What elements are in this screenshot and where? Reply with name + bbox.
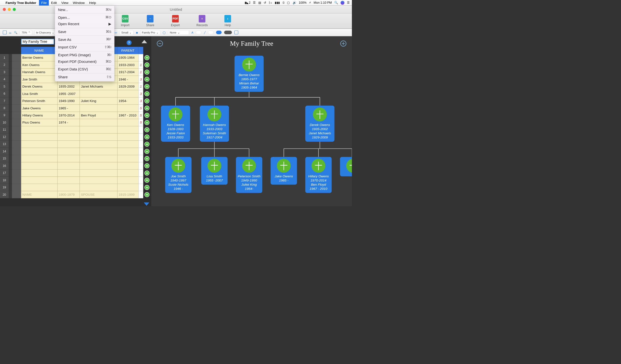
volume-icon[interactable]: 🔊 [293,1,296,5]
cell-parent-dates[interactable]: 1929-2009 [117,83,138,90]
export-button[interactable]: PDFExport [171,15,180,27]
menu-window[interactable]: Window [70,0,87,5]
cell-dates[interactable] [58,177,80,184]
cell-parent-dates[interactable] [117,155,138,162]
import-button[interactable]: CSVImport [121,15,129,27]
row-number[interactable]: 5 [0,83,9,90]
fill2-chip[interactable] [224,31,232,34]
cell-ref[interactable] [138,184,143,191]
cell-spouse[interactable] [80,90,117,97]
row-number[interactable]: 2 [0,61,9,68]
row-number[interactable]: 13 [0,141,9,148]
cell-name[interactable]: Lisa Smith [21,90,57,97]
cell-ref[interactable]: 1 [138,83,143,90]
menu-help[interactable]: Help [87,0,98,5]
row-number[interactable]: 15 [0,155,9,162]
cell-spouse[interactable] [80,148,117,155]
row-number[interactable]: 8 [0,104,9,111]
row-select[interactable] [12,119,21,126]
cell-ref[interactable]: 3 [138,76,143,83]
cell-spouse[interactable] [80,133,117,141]
cell-name[interactable] [21,141,57,148]
tree-node[interactable]: Hillary Owens1970-2014Ben Floyd1967 - 20… [305,157,332,193]
cell-dates[interactable]: 1965 - [58,104,80,111]
cell-name[interactable] [21,184,57,191]
cell-parent-dates[interactable] [117,177,138,184]
cell-parent-dates[interactable]: 1954- [117,97,138,104]
drive-icon[interactable]: ☰ [253,1,256,5]
menu-view[interactable]: View [59,0,70,5]
cell-spouse[interactable]: Janet Michaels [80,83,117,90]
help-button[interactable]: iHelp [224,15,231,27]
header-name[interactable]: NAME [21,47,57,54]
row-number[interactable]: 1 [0,54,9,61]
cell-parent-dates[interactable]: 1946 - [117,76,138,83]
cell-ref[interactable]: 5 [138,104,143,111]
cell-ref[interactable]: 1 [138,68,143,76]
siri-icon[interactable] [341,1,345,5]
row-select[interactable] [12,104,21,111]
panel-icon[interactable] [234,31,238,34]
add-row-button[interactable]: + [143,97,151,104]
cell-dates[interactable]: 1955 -2007 [58,90,80,97]
cell-name[interactable]: Derek Owens [21,83,57,90]
cell-name[interactable]: Jake Owens [21,104,57,111]
menu-item-new-[interactable]: New...⌘N [55,7,114,13]
add-row-button[interactable]: + [143,112,151,119]
row-select[interactable] [12,61,21,68]
row-number[interactable]: 4 [0,76,9,83]
records-button[interactable]: ≡Records [196,15,208,27]
cell-name[interactable]: NAME [21,191,57,198]
cell-dates[interactable] [58,170,80,177]
row-select[interactable] [12,90,21,97]
row-select[interactable] [12,133,21,141]
share-button[interactable]: →Share [146,15,154,27]
row-select[interactable] [12,54,21,61]
help-bubble[interactable]: ? [127,40,132,45]
cell-dates[interactable]: 1974 - [58,119,80,126]
theme-select[interactable]: Family Pro ⌄ [140,30,160,35]
cell-spouse[interactable]: Juliet King [80,97,117,104]
row-select[interactable] [12,177,21,184]
row-select[interactable] [12,83,21,90]
cell-dates[interactable] [58,155,80,162]
cell-parent-dates[interactable] [117,119,138,126]
cell-dates[interactable] [58,148,80,155]
gap-select[interactable]: Small ⌄ [120,30,133,35]
bg-select[interactable]: None ⌄ [168,30,189,35]
add-row-button[interactable]: + [143,191,151,198]
cell-parent-dates[interactable] [117,104,138,111]
add-row-button[interactable]: + [143,177,151,184]
row-number[interactable]: 9 [0,112,9,119]
header-ref[interactable] [138,47,143,54]
cell-ref[interactable] [138,162,143,169]
clock[interactable]: Mon 1:10 PM [314,1,332,5]
cell-parent-dates[interactable]: 1905-1964 [117,54,138,61]
cell-ref[interactable] [138,148,143,155]
cell-dates[interactable] [58,184,80,191]
cell-dates[interactable] [58,162,80,169]
menu-item-import-csv[interactable]: Import CSV⇧⌘I [55,44,114,51]
cell-ref[interactable] [138,170,143,177]
cell-ref[interactable] [138,155,143,162]
row-number[interactable]: 3 [0,68,9,76]
tree-node[interactable]: Jake Owens1965 - [271,157,297,185]
zoom-select[interactable]: 75% ⌃ [20,30,32,35]
row-number[interactable]: 19 [0,184,9,191]
fill1-chip[interactable] [216,31,222,34]
row-select[interactable] [12,126,21,133]
menu-edit[interactable]: Edit [49,0,59,5]
scroll-down[interactable] [144,202,149,206]
cell-spouse[interactable] [80,184,117,191]
cell-ref[interactable]: 1 [138,61,143,68]
tree-title-input[interactable] [21,39,54,45]
cell-parent-dates[interactable] [117,133,138,141]
row-select[interactable] [12,184,21,191]
cell-parent-dates[interactable] [117,184,138,191]
tree-node[interactable]: Hannah Owens1933-2003Suleiman Smith1917-… [200,106,229,142]
cell-parent-dates[interactable] [117,141,138,148]
zoom-icon[interactable]: 🔍 [14,31,17,34]
row-number[interactable]: 20 [0,191,9,198]
cell-spouse[interactable] [80,155,117,162]
row-number[interactable]: 17 [0,170,9,177]
